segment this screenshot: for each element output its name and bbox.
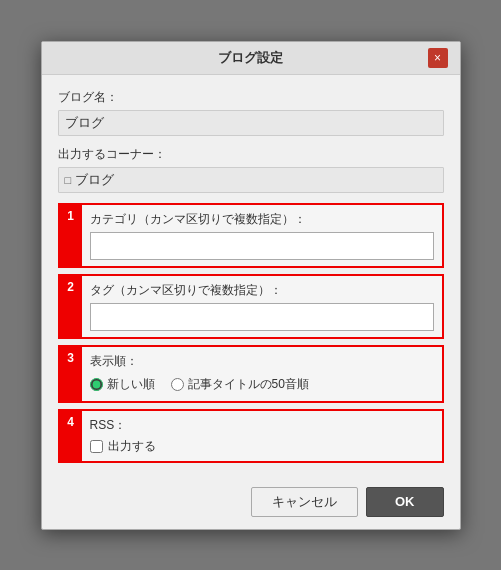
tag-content: タグ（カンマ区切りで複数指定）： bbox=[82, 276, 442, 337]
rss-section: 4 RSS： 出力する bbox=[58, 409, 444, 463]
sort-label: 表示順： bbox=[90, 353, 434, 370]
dialog-title: ブログ設定 bbox=[74, 49, 428, 67]
blog-name-field: ブログ名： ブログ bbox=[58, 89, 444, 136]
sort-radio-group: 新しい順 記事タイトルの50音順 bbox=[90, 374, 434, 395]
category-section: 1 カテゴリ（カンマ区切りで複数指定）： bbox=[58, 203, 444, 268]
dialog-body: ブログ名： ブログ 出力するコーナー： □ ブログ 1 カテゴリ（カンマ区切りで… bbox=[42, 75, 460, 479]
sort-new-order-label[interactable]: 新しい順 bbox=[90, 376, 155, 393]
sort-title-order-label[interactable]: 記事タイトルの50音順 bbox=[171, 376, 309, 393]
rss-label: RSS： bbox=[90, 417, 434, 434]
category-content: カテゴリ（カンマ区切りで複数指定）： bbox=[82, 205, 442, 266]
section-number-2: 2 bbox=[60, 276, 82, 337]
section-number-1: 1 bbox=[60, 205, 82, 266]
tag-section: 2 タグ（カンマ区切りで複数指定）： bbox=[58, 274, 444, 339]
category-label: カテゴリ（カンマ区切りで複数指定）： bbox=[90, 211, 434, 228]
cancel-button[interactable]: キャンセル bbox=[251, 487, 358, 517]
sort-new-order-radio[interactable] bbox=[90, 378, 103, 391]
blog-settings-dialog: ブログ設定 × ブログ名： ブログ 出力するコーナー： □ ブログ 1 カテゴリ… bbox=[41, 41, 461, 530]
rss-content: RSS： 出力する bbox=[82, 411, 442, 461]
corner-label: 出力するコーナー： bbox=[58, 146, 444, 163]
sort-content: 表示順： 新しい順 記事タイトルの50音順 bbox=[82, 347, 442, 401]
ok-button[interactable]: OK bbox=[366, 487, 444, 517]
tag-label: タグ（カンマ区切りで複数指定）： bbox=[90, 282, 434, 299]
sort-title-order-radio[interactable] bbox=[171, 378, 184, 391]
corner-icon: □ bbox=[65, 174, 72, 186]
section-number-3: 3 bbox=[60, 347, 82, 401]
dialog-header: ブログ設定 × bbox=[42, 42, 460, 75]
corner-display: □ ブログ bbox=[58, 167, 444, 193]
blog-name-value: ブログ bbox=[65, 114, 104, 132]
blog-name-display: ブログ bbox=[58, 110, 444, 136]
category-input[interactable] bbox=[90, 232, 434, 260]
corner-value: ブログ bbox=[75, 171, 114, 189]
sort-title-order-text: 記事タイトルの50音順 bbox=[188, 376, 309, 393]
sort-section: 3 表示順： 新しい順 記事タイトルの50音順 bbox=[58, 345, 444, 403]
close-button[interactable]: × bbox=[428, 48, 448, 68]
rss-output-text: 出力する bbox=[108, 438, 156, 455]
sort-new-order-text: 新しい順 bbox=[107, 376, 155, 393]
dialog-footer: キャンセル OK bbox=[42, 479, 460, 529]
section-number-4: 4 bbox=[60, 411, 82, 461]
blog-name-label: ブログ名： bbox=[58, 89, 444, 106]
tag-input[interactable] bbox=[90, 303, 434, 331]
rss-output-checkbox[interactable] bbox=[90, 440, 103, 453]
rss-output-label[interactable]: 出力する bbox=[90, 438, 434, 455]
corner-field: 出力するコーナー： □ ブログ bbox=[58, 146, 444, 193]
